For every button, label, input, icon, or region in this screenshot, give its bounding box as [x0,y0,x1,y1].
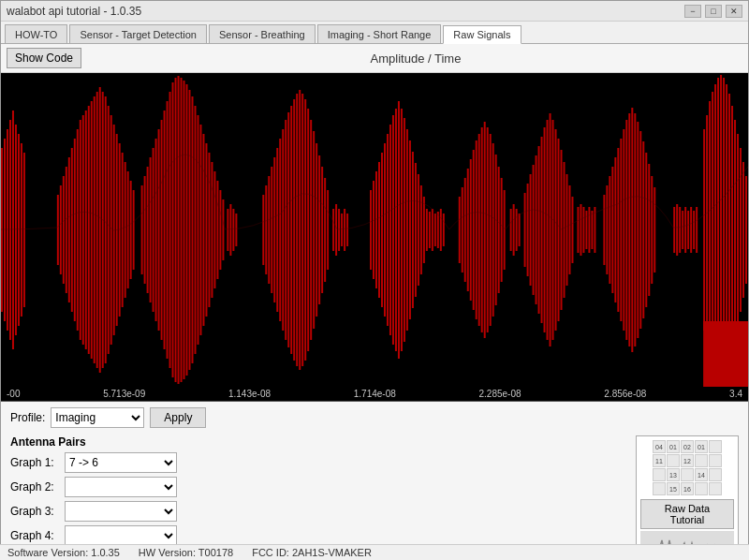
graph-2-select[interactable] [65,477,177,497]
tab-raw-signals[interactable]: Raw Signals [443,25,521,44]
svg-rect-189 [341,214,343,246]
tab-target-detection[interactable]: Sensor - Target Detection [69,24,207,43]
svg-rect-72 [273,157,275,302]
svg-rect-188 [338,209,340,251]
cell-11: 11 [653,454,666,467]
xaxis-label-5: 2.856e-08 [604,389,646,399]
svg-rect-94 [375,171,377,288]
svg-rect-97 [384,143,386,317]
svg-rect-178 [737,134,739,326]
show-code-button[interactable]: Show Code [7,48,81,68]
graph-3-select[interactable] [65,501,177,522]
svg-rect-182 [227,209,228,251]
svg-rect-71 [271,167,272,293]
svg-rect-52 [181,78,183,382]
svg-rect-104 [404,118,405,342]
svg-rect-108 [415,163,417,297]
svg-rect-45 [161,120,163,340]
svg-rect-209 [594,207,595,253]
svg-rect-37 [133,190,135,270]
graph-1-select[interactable]: 7 -> 6 [65,452,177,473]
svg-rect-146 [571,197,573,263]
svg-rect-75 [282,129,284,331]
tab-breathing[interactable]: Sensor - Breathing [209,24,316,43]
svg-rect-59 [199,125,201,335]
close-button[interactable]: ✕ [726,5,742,18]
svg-rect-208 [591,211,593,249]
svg-rect-67 [222,199,224,260]
svg-rect-143 [563,162,565,298]
svg-rect-77 [287,112,289,347]
svg-rect-176 [731,106,733,354]
svg-rect-47 [167,101,169,359]
svg-rect-183 [229,204,231,256]
svg-rect-86 [313,131,315,329]
svg-rect-152 [617,148,619,312]
svg-rect-215 [687,211,689,249]
svg-rect-82 [301,94,303,366]
tab-short-range[interactable]: Imaging - Short Range [317,24,442,43]
window-title: walabot api tutorial - 1.0.35 [7,5,141,18]
svg-rect-17 [77,129,79,331]
svg-rect-29 [110,115,112,345]
svg-rect-145 [568,185,570,274]
svg-rect-186 [332,209,334,251]
statusbar: Software Version: 1.0.35 HW Version: T00… [0,544,749,560]
maximize-button[interactable]: □ [705,5,722,18]
cell-01: 01 [667,440,680,453]
graph-4-label: Graph 4: [10,529,59,542]
svg-rect-150 [611,167,613,293]
svg-rect-101 [395,109,397,351]
svg-rect-24 [96,92,98,368]
svg-rect-198 [443,214,445,246]
svg-rect-127 [501,178,503,282]
svg-rect-41 [150,157,152,302]
graph-4-select[interactable] [65,525,177,546]
svg-rect-90 [324,178,326,282]
svg-rect-151 [614,157,616,302]
xaxis-label-4: 2.285e-08 [479,389,521,399]
svg-rect-126 [498,167,500,293]
svg-rect-196 [437,212,439,248]
svg-rect-194 [432,209,433,251]
tab-how-to[interactable]: HOW-TO [5,24,67,43]
svg-rect-22 [91,101,93,359]
svg-rect-88 [318,155,320,304]
svg-rect-19 [82,115,84,345]
svg-rect-202 [519,214,521,246]
svg-rect-84 [307,109,309,351]
xaxis-label-0: -00 [7,389,20,399]
svg-rect-65 [216,181,218,279]
graph-row-2: Graph 2: [10,477,617,497]
svg-rect-61 [205,143,207,317]
raw-data-tutorial-button[interactable]: Raw Data Tutorial [640,499,734,529]
svg-rect-58 [197,115,198,345]
svg-rect-111 [423,197,425,263]
svg-rect-26 [102,92,104,368]
minimize-button[interactable]: − [684,5,701,18]
svg-rect-129 [524,193,526,267]
cell-01b: 01 [695,440,708,453]
profile-select[interactable]: Imaging [51,407,144,428]
svg-rect-181 [745,176,747,284]
cell-15: 15 [667,482,680,495]
svg-rect-185 [235,214,237,246]
svg-rect-60 [202,134,204,326]
cell-13: 13 [667,468,680,481]
window-controls: − □ ✕ [684,5,742,18]
cell-empty4 [709,454,722,467]
svg-rect-34 [125,162,126,298]
svg-rect-54 [186,84,188,376]
svg-rect-218 [696,207,698,253]
svg-rect-44 [158,129,160,331]
cell-empty10 [709,482,722,495]
svg-rect-191 [346,214,348,246]
tutorial-panel: 04 01 02 01 11 12 13 14 15 16 [636,435,739,560]
svg-rect-158 [634,113,636,346]
svg-rect-92 [370,190,372,270]
chart-title: Amplitude / Time [89,52,742,66]
apply-button[interactable]: Apply [150,407,206,428]
svg-rect-167 [706,115,708,345]
svg-rect-96 [381,153,383,307]
waveform-chart [1,73,748,387]
